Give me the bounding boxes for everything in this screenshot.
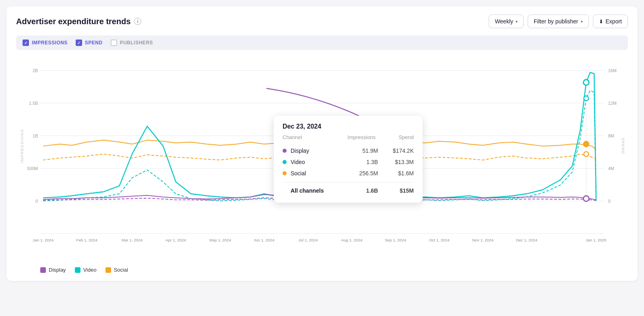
tooltip-total-impressions: 1.6B bbox=[338, 187, 378, 194]
svg-text:12M: 12M bbox=[608, 101, 617, 106]
publishers-label: PUBLISHERS bbox=[120, 40, 153, 46]
svg-point-32 bbox=[583, 80, 589, 85]
legend-box-video bbox=[75, 267, 80, 273]
header-left: Advertiser expenditure trends ℹ bbox=[16, 17, 141, 26]
page-wrapper: Advertiser expenditure trends ℹ Weekly ▾… bbox=[6, 6, 638, 281]
legend-label-social: Social bbox=[114, 267, 128, 273]
svg-text:Jun 1, 2024: Jun 1, 2024 bbox=[254, 238, 275, 242]
display-spend: $174.2K bbox=[378, 148, 414, 154]
svg-text:Feb 1, 2024: Feb 1, 2024 bbox=[76, 238, 97, 242]
impressions-checkmark: ✓ bbox=[24, 41, 27, 45]
svg-text:SPEND: SPEND bbox=[621, 138, 625, 154]
svg-text:0: 0 bbox=[35, 199, 38, 204]
video-spend: $13.3M bbox=[378, 159, 414, 165]
social-dot bbox=[283, 171, 287, 175]
svg-text:0: 0 bbox=[608, 199, 611, 204]
impressions-checkbox-box[interactable]: ✓ bbox=[23, 40, 29, 46]
legend-box-display bbox=[40, 267, 46, 273]
checkbox-publishers[interactable]: PUBLISHERS bbox=[111, 40, 153, 46]
svg-text:1B: 1B bbox=[33, 133, 38, 138]
svg-point-33 bbox=[584, 96, 588, 101]
tooltip-row-display: Display 51.9M $174.2K bbox=[283, 145, 414, 156]
display-dot bbox=[283, 149, 287, 153]
video-dot bbox=[283, 160, 287, 164]
info-icon[interactable]: ℹ bbox=[134, 18, 141, 25]
social-channel: Social bbox=[291, 170, 338, 177]
svg-text:Dec 1, 2024: Dec 1, 2024 bbox=[516, 238, 538, 242]
weekly-chevron-icon: ▾ bbox=[516, 19, 518, 24]
spend-checkmark: ✓ bbox=[77, 41, 80, 45]
svg-text:Jan 1, 2025: Jan 1, 2025 bbox=[586, 238, 607, 242]
legend-item-display[interactable]: Display bbox=[40, 267, 66, 273]
svg-text:Jan 1, 2024: Jan 1, 2024 bbox=[33, 238, 54, 242]
export-icon: ⬇ bbox=[599, 19, 603, 25]
impressions-label: IMPRESSIONS bbox=[32, 40, 68, 46]
video-channel: Video bbox=[291, 159, 338, 165]
tooltip-row-video: Video 1.3B $13.3M bbox=[283, 156, 414, 168]
svg-text:500M: 500M bbox=[27, 166, 38, 171]
svg-text:1.5B: 1.5B bbox=[29, 101, 38, 106]
svg-text:Apr 1, 2024: Apr 1, 2024 bbox=[165, 238, 186, 242]
filter-publisher-dropdown[interactable]: Filter by publisher ▾ bbox=[528, 15, 589, 28]
filter-chevron-icon: ▾ bbox=[581, 19, 583, 24]
svg-text:8M: 8M bbox=[608, 133, 614, 138]
svg-text:May 1, 2024: May 1, 2024 bbox=[209, 238, 231, 242]
checkbox-impressions[interactable]: ✓ IMPRESSIONS bbox=[23, 40, 68, 46]
publishers-checkbox-box[interactable] bbox=[111, 40, 117, 46]
header: Advertiser expenditure trends ℹ Weekly ▾… bbox=[16, 15, 628, 28]
checkbox-spend[interactable]: ✓ SPEND bbox=[76, 40, 103, 46]
svg-text:Aug 1, 2024: Aug 1, 2024 bbox=[341, 238, 363, 242]
svg-point-35 bbox=[584, 152, 588, 156]
export-button[interactable]: ⬇ Export bbox=[593, 15, 628, 28]
tooltip-header: Channel Impressions Spend bbox=[283, 134, 414, 142]
legend-item-social[interactable]: Social bbox=[105, 267, 128, 273]
chart-legend: Display Video Social bbox=[16, 267, 628, 273]
tooltip-total-row: All channels 1.6B $15M bbox=[283, 186, 414, 195]
tooltip-col-channel: Channel bbox=[283, 134, 333, 140]
svg-text:Nov 1, 2024: Nov 1, 2024 bbox=[472, 238, 494, 242]
svg-point-34 bbox=[583, 141, 589, 147]
legend-item-video[interactable]: Video bbox=[75, 267, 97, 273]
display-channel: Display bbox=[291, 148, 338, 154]
svg-text:IMPRESSIONS: IMPRESSIONS bbox=[20, 129, 24, 163]
svg-text:16M: 16M bbox=[608, 68, 617, 73]
svg-text:Sep 1, 2024: Sep 1, 2024 bbox=[385, 238, 407, 242]
spend-label: SPEND bbox=[85, 40, 103, 46]
display-impressions: 51.9M bbox=[338, 148, 378, 154]
page-title: Advertiser expenditure trends bbox=[16, 17, 131, 26]
social-impressions: 256.5M bbox=[338, 170, 378, 177]
svg-text:Mar 1, 2024: Mar 1, 2024 bbox=[122, 238, 143, 242]
checkboxes-row: ✓ IMPRESSIONS ✓ SPEND PUBLISHERS bbox=[16, 35, 628, 50]
tooltip-row-social: Social 256.5M $1.6M bbox=[283, 168, 414, 179]
tooltip-total-spend: $15M bbox=[378, 187, 414, 194]
chart-container: 2B 1.5B 1B 500M 0 16M 12M 8M 4M 0 IMPRES… bbox=[16, 53, 628, 263]
legend-box-social bbox=[105, 267, 111, 273]
tooltip-divider bbox=[283, 182, 414, 183]
tooltip-col-spend: Spend bbox=[376, 134, 414, 140]
video-impressions: 1.3B bbox=[338, 159, 378, 165]
svg-text:Oct 1, 2024: Oct 1, 2024 bbox=[429, 238, 450, 242]
svg-point-36 bbox=[583, 196, 589, 202]
legend-label-video: Video bbox=[83, 267, 97, 273]
tooltip-date: Dec 23, 2024 bbox=[283, 123, 414, 130]
header-right: Weekly ▾ Filter by publisher ▾ ⬇ Export bbox=[489, 15, 628, 28]
svg-text:Jul 1, 2024: Jul 1, 2024 bbox=[298, 238, 318, 242]
weekly-dropdown[interactable]: Weekly ▾ bbox=[489, 15, 524, 28]
social-spend: $1.6M bbox=[378, 170, 414, 177]
chart-tooltip: Dec 23, 2024 Channel Impressions Spend D… bbox=[274, 116, 423, 203]
spend-checkbox-box[interactable]: ✓ bbox=[76, 40, 82, 46]
tooltip-total-label: All channels bbox=[291, 187, 338, 194]
legend-label-display: Display bbox=[49, 267, 66, 273]
tooltip-col-impressions: Impressions bbox=[333, 134, 376, 140]
svg-text:2B: 2B bbox=[33, 68, 38, 73]
svg-text:4M: 4M bbox=[608, 166, 614, 171]
